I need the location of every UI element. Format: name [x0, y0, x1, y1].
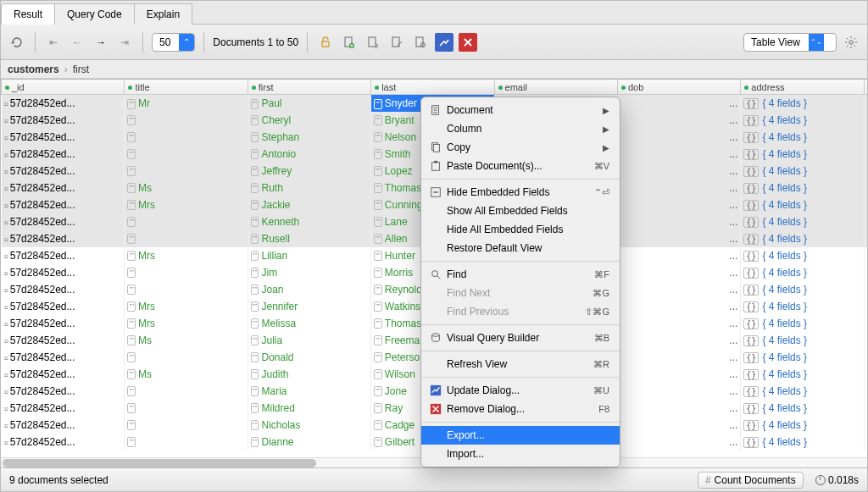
doc-icon	[428, 104, 443, 116]
menu-item[interactable]: Hide All Embedded Fields	[421, 220, 620, 239]
chevron-right-icon: ▶	[603, 106, 609, 115]
column-header[interactable]: address	[741, 80, 864, 95]
find-icon	[428, 268, 443, 280]
column-header[interactable]: email	[494, 80, 617, 95]
gear-icon[interactable]	[842, 33, 860, 52]
svg-rect-2	[369, 37, 376, 47]
menu-item[interactable]: Refresh View⌘R	[421, 355, 620, 373]
menu-item: Find Previous⇧⌘G	[421, 302, 620, 321]
minus-icon	[428, 186, 443, 198]
chevron-down-icon: ⌃	[179, 34, 194, 51]
count-documents-button[interactable]: # Count Documents	[698, 472, 804, 489]
selection-count-label: 9 documents selected	[9, 474, 108, 486]
chevron-updown-icon: ⌃⌄	[809, 34, 824, 51]
add-doc-icon[interactable]	[340, 33, 359, 52]
menu-item[interactable]: Export...	[421, 426, 620, 445]
del-icon	[428, 403, 443, 415]
chevron-right-icon: ▶	[603, 143, 609, 152]
column-header[interactable]: title	[125, 80, 248, 95]
svg-rect-9	[433, 145, 439, 152]
column-header[interactable]: street (address.street)	[864, 80, 867, 95]
breadcrumb-field[interactable]: first	[73, 64, 89, 75]
export-doc-icon[interactable]	[364, 33, 382, 52]
menu-item[interactable]: Visual Query Builder⌘B	[421, 329, 620, 347]
lock-icon[interactable]	[316, 33, 335, 52]
hash-icon: #	[705, 474, 711, 486]
update-tool-icon[interactable]	[435, 33, 453, 52]
menu-item[interactable]: Hide Embedded Fields⌃⏎	[421, 183, 620, 202]
svg-rect-11	[434, 161, 437, 163]
menu-item[interactable]: Paste Document(s)...⌘V	[421, 157, 620, 175]
view-mode-value: Table View	[744, 36, 809, 48]
clock-icon	[815, 475, 826, 485]
refresh-icon[interactable]	[8, 33, 26, 52]
upd-icon	[428, 384, 443, 396]
tab-explain[interactable]: Explain	[135, 3, 192, 25]
nav-next-icon[interactable]: →	[92, 33, 110, 52]
view-mode-select[interactable]: Table View ⌃⌄	[743, 33, 837, 52]
context-menu: Document▶Column▶Copy▶Paste Document(s)..…	[420, 97, 620, 467]
svg-point-13	[432, 271, 438, 277]
menu-item[interactable]: Show All Embedded Fields	[421, 202, 620, 220]
menu-item: Find Next⌘G	[421, 284, 620, 302]
page-size-select[interactable]: 50 ⌃	[152, 33, 195, 52]
tab-result[interactable]: Result	[1, 3, 55, 25]
menu-item[interactable]: Document▶	[421, 101, 620, 119]
edit-doc-icon[interactable]	[387, 33, 406, 52]
nav-last-icon[interactable]: ⇥	[115, 33, 134, 52]
copy-icon	[428, 141, 443, 153]
column-header[interactable]: _id	[2, 80, 125, 95]
page-size-value: 50	[153, 36, 179, 48]
top-tabs: Result Query Code Explain	[1, 1, 867, 25]
delete-tool-icon[interactable]	[459, 33, 477, 52]
menu-item[interactable]: Update Dialog...⌘U	[421, 381, 620, 400]
column-header[interactable]: first	[248, 80, 370, 95]
search-doc-icon[interactable]	[411, 33, 430, 52]
doc-range-label: Documents 1 to 50	[213, 36, 298, 48]
paste-icon	[428, 160, 443, 172]
vqb-icon	[428, 332, 443, 344]
nav-prev-icon[interactable]: ←	[68, 33, 86, 52]
timing-label: 0.018s	[815, 474, 859, 486]
menu-item[interactable]: Column▶	[421, 119, 620, 138]
nav-first-icon[interactable]: ⇤	[44, 33, 63, 52]
menu-item[interactable]: Import...	[421, 445, 620, 463]
breadcrumb-root[interactable]: customers	[8, 64, 59, 75]
svg-rect-4	[416, 37, 423, 47]
column-header[interactable]: last	[371, 80, 494, 95]
svg-point-14	[432, 334, 440, 337]
column-header[interactable]: dob	[617, 80, 740, 95]
svg-point-6	[849, 40, 853, 43]
toolbar: ⇤ ← → ⇥ 50 ⌃ Documents 1 to 50 Table Vie…	[1, 25, 867, 60]
breadcrumb: customers › first	[1, 60, 867, 79]
status-bar: 9 documents selected # Count Documents 0…	[1, 467, 867, 491]
chevron-right-icon: ›	[64, 64, 68, 75]
menu-item[interactable]: Restore Default View	[421, 239, 620, 257]
menu-item[interactable]: Copy▶	[421, 138, 620, 157]
tab-query-code[interactable]: Query Code	[55, 3, 135, 25]
svg-rect-10	[432, 163, 440, 171]
menu-item[interactable]: Remove Dialog...F8	[421, 400, 620, 418]
menu-item[interactable]: Find⌘F	[421, 265, 620, 284]
chevron-right-icon: ▶	[603, 124, 609, 134]
